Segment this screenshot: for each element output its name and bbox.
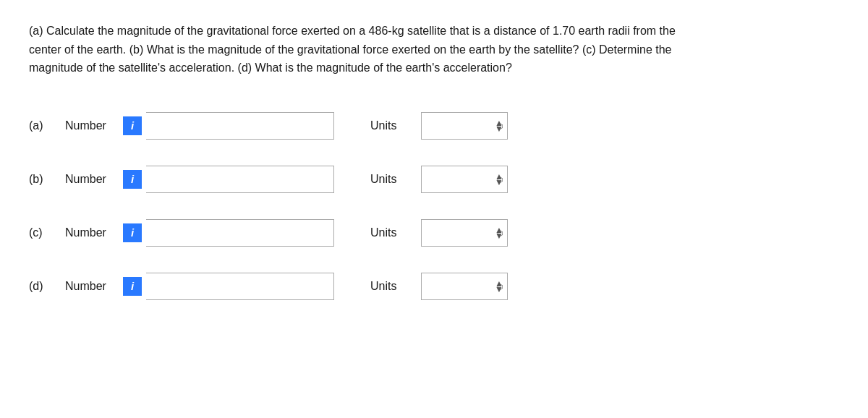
units-select-wrapper-b: Nm/s²kg ▲ ▼ (421, 166, 508, 193)
row-d: (d) Number i Units Nm/s²kg ▲ ▼ (29, 260, 839, 313)
info-button-a[interactable]: i (123, 116, 142, 135)
row-label-c: (c) (29, 226, 65, 239)
units-select-d[interactable]: Nm/s²kg (421, 273, 508, 300)
rows-container: (a) Number i Units Nm/s²kg ▲ ▼ (b) Numbe… (29, 99, 839, 313)
row-label-a: (a) (29, 119, 65, 132)
units-select-wrapper-d: Nm/s²kg ▲ ▼ (421, 273, 508, 300)
number-label-b: Number (65, 173, 123, 186)
units-select-c[interactable]: Nm/s²kg (421, 219, 508, 247)
units-select-b[interactable]: Nm/s²kg (421, 166, 508, 193)
row-b: (b) Number i Units Nm/s²kg ▲ ▼ (29, 153, 839, 206)
units-select-wrapper-c: Nm/s²kg ▲ ▼ (421, 219, 508, 247)
number-input-b[interactable] (146, 166, 334, 193)
number-input-c[interactable] (146, 219, 334, 247)
row-label-d: (d) (29, 280, 65, 293)
row-label-b: (b) (29, 173, 65, 186)
info-button-d[interactable]: i (123, 277, 142, 296)
number-label-a: Number (65, 119, 123, 132)
row-c: (c) Number i Units Nm/s²kg ▲ ▼ (29, 206, 839, 260)
units-label-c: Units (370, 226, 421, 239)
info-button-b[interactable]: i (123, 170, 142, 189)
number-label-d: Number (65, 280, 123, 293)
units-label-b: Units (370, 173, 421, 186)
units-select-a[interactable]: Nm/s²kg (421, 112, 508, 140)
info-button-c[interactable]: i (123, 223, 142, 242)
units-label-a: Units (370, 119, 421, 132)
question-text: (a) Calculate the magnitude of the gravi… (29, 22, 680, 77)
number-input-a[interactable] (146, 112, 334, 140)
row-a: (a) Number i Units Nm/s²kg ▲ ▼ (29, 99, 839, 153)
number-input-d[interactable] (146, 273, 334, 300)
units-label-d: Units (370, 280, 421, 293)
number-label-c: Number (65, 226, 123, 239)
units-select-wrapper-a: Nm/s²kg ▲ ▼ (421, 112, 508, 140)
